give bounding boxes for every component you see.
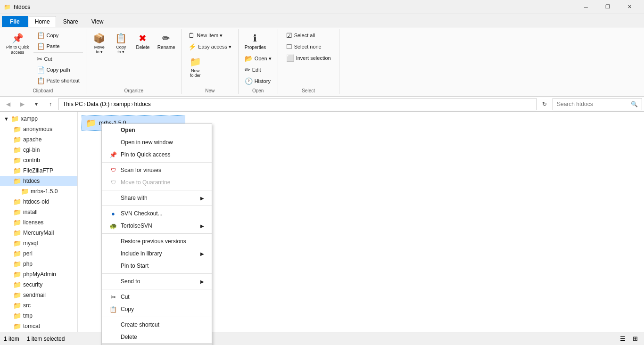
- tab-view[interactable]: View: [85, 16, 110, 27]
- maximize-button[interactable]: ❐: [597, 0, 619, 14]
- ctx-scan-icon: 🛡: [109, 166, 117, 174]
- ctx-cut[interactable]: ✂ Cut: [102, 291, 212, 303]
- tab-share[interactable]: Share: [57, 16, 84, 27]
- ctx-separator-3: [102, 205, 212, 206]
- ribbon-content: 📌 Pin to Quickaccess 📋 Copy 📋 Paste ✂ Cu…: [0, 27, 644, 97]
- statusbar: 1 item 1 item selected ☰ ⊞: [0, 332, 644, 345]
- ctx-open[interactable]: Open: [102, 124, 212, 136]
- ctx-pin-start[interactable]: Pin to Start: [102, 260, 212, 272]
- close-button[interactable]: ✕: [619, 0, 640, 14]
- sidebar-item-licenses[interactable]: 📁 licenses: [0, 217, 77, 228]
- sidebar-item-perl[interactable]: 📁 perl: [0, 248, 77, 259]
- forward-button[interactable]: ▶: [16, 98, 28, 110]
- ctx-copy[interactable]: 📋 Copy: [102, 303, 212, 315]
- sidebar-item-install[interactable]: 📁 install: [0, 207, 77, 217]
- folder-icon-large: 📁: [86, 118, 96, 128]
- ctx-rename[interactable]: Rename: [102, 343, 212, 345]
- invert-selection-button[interactable]: ⬜ Invert selection: [283, 53, 334, 63]
- paste-shortcut-button[interactable]: 📋 Paste shortcut: [33, 75, 83, 86]
- sidebar-item-tomcat[interactable]: 📁 tomcat: [0, 321, 77, 331]
- ctx-restore-versions[interactable]: Restore previous versions: [102, 235, 212, 247]
- new-folder-button[interactable]: 📁 Newfolder: [185, 54, 206, 80]
- sidebar-label: htdocs: [23, 178, 40, 184]
- sidebar-item-mrbs[interactable]: 📁 mrbs-1.5.0: [0, 186, 77, 197]
- sidebar-item-filezillaftp[interactable]: 📁 FileZillaFTP: [0, 165, 77, 176]
- titlebar-title: htdocs: [14, 4, 30, 10]
- sidebar-item-mysql[interactable]: 📁 mysql: [0, 238, 77, 248]
- sidebar-label: apache: [23, 136, 41, 143]
- ctx-separator-5: [102, 273, 212, 274]
- sidebar-label: security: [23, 281, 42, 288]
- search-input[interactable]: [557, 101, 629, 107]
- sidebar-item-htdocs-old[interactable]: 📁 htdocs-old: [0, 197, 77, 207]
- tab-file[interactable]: File: [2, 16, 28, 27]
- path-segment-xampp[interactable]: xampp: [113, 101, 130, 107]
- sidebar-item-src[interactable]: 📁 src: [0, 300, 77, 311]
- ribbon-group-clipboard: 📌 Pin to Quickaccess 📋 Copy 📋 Paste ✂ Cu…: [0, 29, 86, 94]
- ctx-delete-label: Delete: [121, 334, 137, 340]
- easy-access-button[interactable]: ⚡ Easy access ▾: [185, 41, 235, 52]
- ctx-move-quarantine: 🛡 Move to Quarantine: [102, 176, 212, 189]
- sidebar-item-tmp[interactable]: 📁 tmp: [0, 311, 77, 321]
- delete-button[interactable]: ✖ Delete: [132, 30, 153, 52]
- new-item-button[interactable]: 🗒 New item ▾: [185, 30, 226, 41]
- select-none-button[interactable]: ☐ Select none: [283, 41, 325, 52]
- ctx-delete[interactable]: Delete: [102, 331, 212, 343]
- sidebar-item-phpmyadmin[interactable]: 📁 phpMyAdmin: [0, 269, 77, 279]
- ctx-tortoisesvn[interactable]: 🐢 TortoiseSVN ▶: [102, 220, 212, 232]
- easy-access-icon: ⚡: [188, 43, 196, 50]
- path-segment-thispc[interactable]: This PC: [63, 101, 83, 107]
- move-to-button[interactable]: 📦 Moveto ▾: [89, 30, 110, 57]
- folder-icon: 📁: [13, 219, 21, 226]
- up-button[interactable]: ↑: [44, 98, 57, 110]
- copy-button[interactable]: 📋 Copy: [33, 30, 83, 41]
- back-button[interactable]: ◀: [2, 98, 14, 110]
- ctx-delete-icon: [109, 333, 117, 341]
- sidebar-item-security[interactable]: 📁 security: [0, 279, 77, 290]
- view-icons-button[interactable]: ⊞: [630, 334, 640, 344]
- select-all-button[interactable]: ☑ Select all: [283, 30, 319, 41]
- sidebar-item-apache[interactable]: 📁 apache: [0, 134, 77, 145]
- rename-button[interactable]: ✏ Rename: [154, 30, 179, 52]
- ctx-separator-4: [102, 233, 212, 234]
- view-details-button[interactable]: ☰: [618, 334, 628, 344]
- ctx-pin-quick-access[interactable]: 📌 Pin to Quick access: [102, 148, 212, 161]
- tab-home[interactable]: Home: [29, 16, 56, 27]
- pin-to-quick-access-button[interactable]: 📌 Pin to Quickaccess: [3, 30, 33, 58]
- path-segment-datad[interactable]: Data (D:): [87, 101, 110, 107]
- ctx-send-to[interactable]: Send to ▶: [102, 275, 212, 288]
- edit-button[interactable]: ✏ Edit: [241, 65, 264, 75]
- cut-button[interactable]: ✂ Cut: [33, 54, 83, 64]
- folder-icon: 📁: [13, 125, 21, 133]
- minimize-button[interactable]: ─: [575, 0, 597, 14]
- sidebar-item-php[interactable]: 📁 php: [0, 259, 77, 269]
- sidebar-item-xampp[interactable]: ▼ 📁 xampp: [0, 114, 77, 124]
- ctx-create-shortcut[interactable]: Create shortcut: [102, 319, 212, 331]
- recent-locations-button[interactable]: ▾: [30, 98, 42, 110]
- sidebar-item-anonymous[interactable]: 📁 anonymous: [0, 124, 77, 134]
- refresh-button[interactable]: ↻: [538, 98, 551, 110]
- sidebar-item-cgi-bin[interactable]: 📁 cgi-bin: [0, 145, 77, 155]
- ctx-scan-viruses[interactable]: 🛡 Scan for viruses: [102, 164, 212, 176]
- ctx-include-library[interactable]: Include in library ▶: [102, 247, 212, 260]
- sidebar-label: contrib: [23, 157, 40, 164]
- search-box[interactable]: 🔍: [553, 98, 642, 110]
- sidebar-item-contrib[interactable]: 📁 contrib: [0, 155, 77, 165]
- paste-button[interactable]: 📋 Paste: [33, 41, 83, 51]
- ctx-library-icon: [109, 250, 117, 257]
- properties-button[interactable]: ℹ Properties: [241, 30, 270, 52]
- history-button[interactable]: 🕐 History: [241, 76, 274, 86]
- sidebar-label: tomcat: [23, 323, 40, 329]
- copy-path-button[interactable]: 📄 Copy path: [33, 65, 83, 75]
- address-path[interactable]: This PC › Data (D:) › xampp › htdocs: [58, 98, 537, 110]
- ctx-svn-checkout[interactable]: ● SVN Checkout...: [102, 207, 212, 220]
- open-button[interactable]: 📂 Open ▾: [241, 53, 275, 64]
- sidebar-item-mercurymail[interactable]: 📁 MercuryMail: [0, 228, 77, 238]
- path-segment-htdocs[interactable]: htdocs: [134, 101, 150, 107]
- sidebar-item-htdocs[interactable]: 📁 htdocs: [0, 176, 77, 186]
- pin-icon: 📌: [12, 33, 24, 44]
- sidebar-item-sendmail[interactable]: 📁 sendmail: [0, 290, 77, 300]
- ctx-open-new-window[interactable]: Open in new window: [102, 136, 212, 148]
- ctx-share-with[interactable]: Share with ▶: [102, 192, 212, 204]
- copy-to-button[interactable]: 📋 Copyto ▾: [111, 30, 132, 57]
